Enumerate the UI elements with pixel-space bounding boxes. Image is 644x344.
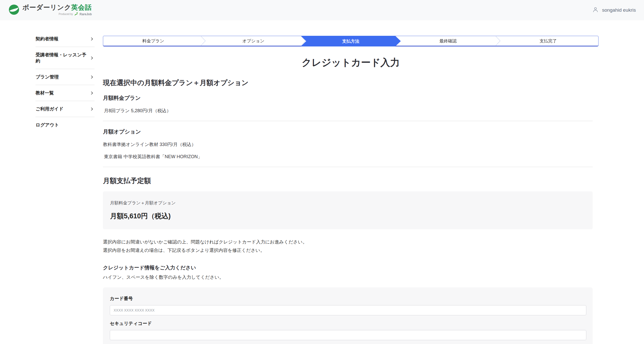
monthly-option-item: 教科書準拠オンライン教材 330円/月（税込） (103, 141, 593, 148)
security-code-input[interactable] (110, 330, 586, 340)
payment-summary-heading: 月額支払予定額 (103, 176, 593, 185)
current-selection-heading: 現在選択中の月額料金プラン＋月額オプション (103, 78, 593, 87)
sidebar-item-label: 受講者情報・レッスン予約 (36, 52, 90, 64)
monthly-option-item: 東京書籍 中学校英語教科書「NEW HORIZON」 (103, 154, 593, 160)
step-label: 支払完了 (540, 38, 557, 44)
step-options: オプション (203, 36, 303, 46)
chevron-right-icon (90, 56, 93, 60)
payment-summary-label: 月額料金プラン＋月額オプション (110, 200, 586, 206)
brand-name-main: ボーダーリンク (22, 4, 71, 11)
step-label: 最終確認 (439, 38, 457, 44)
sidebar-item-plan-management[interactable]: プラン管理 (36, 69, 95, 85)
monthly-plan-value: 月8回プラン 5,280円/月（税込） (103, 108, 593, 114)
sidebar-item-contractor-info[interactable]: 契約者情報 (36, 31, 95, 47)
sidebar: 契約者情報 受講者情報・レッスン予約 プラン管理 教材一覧 ご利用ガイド ログア… (36, 31, 95, 344)
rarejob-label: RareJob (80, 12, 92, 16)
section-divider (103, 121, 593, 121)
correction-note: 選択内容をお間違えの場合は、下記戻るボタンより選択内容を修正ください。 (103, 247, 593, 254)
step-final-confirmation: 最終確認 (398, 36, 498, 46)
payment-summary-box: 月額料金プラン＋月額オプション 月額5,610円（税込) (103, 191, 593, 229)
rarejob-mark-icon (74, 12, 78, 17)
step-separator-chevron-icon (201, 36, 206, 46)
user-icon (592, 6, 599, 14)
step-payment-method-active: 支払方法 (301, 36, 401, 46)
monthly-option-heading: 月額オプション (103, 128, 593, 135)
chevron-right-icon (90, 37, 93, 41)
produced-by-line: Produced by RareJob (22, 12, 92, 17)
card-number-label: カード番号 (110, 296, 586, 302)
content-area: 現在選択中の月額料金プラン＋月額オプション 月額料金プラン 月8回プラン 5,2… (103, 78, 599, 344)
payment-summary-amount: 月額5,610円（税込) (110, 211, 586, 221)
card-form-instruction: ハイフン、スペースを除く数字のみを入力してください。 (103, 274, 593, 280)
chevron-right-icon (90, 107, 93, 111)
brand-logo[interactable]: ボーダーリンク英会話 Produced by RareJob (8, 4, 92, 17)
monthly-plan-heading: 月額料金プラン (103, 94, 593, 102)
brand-name-accent: 英会話 (71, 4, 92, 11)
card-form-heading: クレジットカード情報をご入力ください (103, 264, 593, 271)
leaf-logo-icon (8, 4, 20, 17)
sidebar-item-label: 契約者情報 (36, 36, 58, 42)
sidebar-item-label: ご利用ガイド (36, 106, 64, 112)
page-body: 契約者情報 受講者情報・レッスン予約 プラン管理 教材一覧 ご利用ガイド ログア… (0, 20, 644, 344)
section-divider (103, 167, 593, 167)
card-number-input[interactable] (110, 305, 586, 315)
sidebar-item-logout[interactable]: ログアウト (36, 117, 95, 133)
user-name: songahid eukris (602, 7, 636, 13)
step-label: 料金プラン (142, 38, 164, 44)
sidebar-item-student-info-lesson[interactable]: 受講者情報・レッスン予約 (36, 47, 95, 69)
brand-name: ボーダーリンク英会話 (22, 4, 92, 11)
main-content: 料金プラン オプション 支払方法 最終確認 支払完 (103, 36, 599, 344)
security-code-label: セキュリティコード (110, 320, 586, 326)
sidebar-item-label: 教材一覧 (36, 90, 54, 96)
confirmation-note: 選択内容にお間違いがないかご確認の上、問題なければクレジットカード入力にお進みく… (103, 238, 593, 246)
step-label: オプション (242, 38, 265, 44)
step-separator-chevron-icon (301, 36, 306, 46)
app-header: ボーダーリンク英会話 Produced by RareJob songahid … (0, 0, 644, 20)
produced-by-label: Produced by (59, 13, 73, 15)
step-payment-complete: 支払完了 (498, 36, 598, 46)
user-menu[interactable]: songahid eukris (592, 6, 636, 14)
page-title: クレジットカード入力 (103, 56, 599, 69)
step-separator-chevron-icon (495, 36, 501, 46)
sidebar-item-user-guide[interactable]: ご利用ガイド (36, 101, 95, 117)
chevron-right-icon (90, 91, 93, 95)
sidebar-item-label: ログアウト (36, 122, 59, 128)
progress-stepper: 料金プラン オプション 支払方法 最終確認 支払完 (103, 36, 599, 46)
credit-card-form: カード番号 セキュリティコード 有効期限 月/ 年 一括支払いのみでリボ払い・分… (103, 287, 593, 344)
step-label: 支払方法 (342, 38, 359, 44)
step-price-plan: 料金プラン (103, 36, 203, 46)
sidebar-item-materials[interactable]: 教材一覧 (36, 85, 95, 101)
chevron-right-icon (90, 75, 93, 79)
sidebar-item-label: プラン管理 (36, 74, 59, 80)
